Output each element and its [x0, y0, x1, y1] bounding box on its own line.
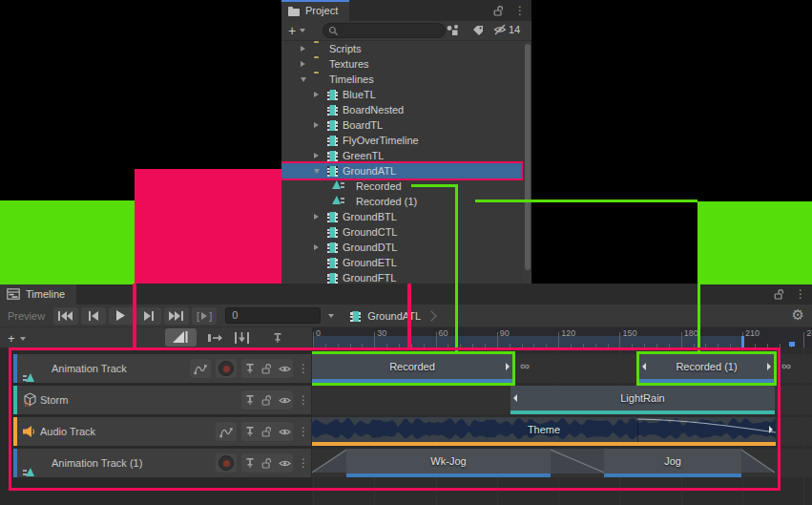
- tree-item-boardnested[interactable]: BoardNested: [281, 102, 523, 117]
- window-menu-icon[interactable]: ⋮: [514, 5, 526, 16]
- play-range-button[interactable]: []: [192, 307, 217, 325]
- tree-item-groundbtl[interactable]: GroundBTL: [281, 209, 523, 224]
- expand-arrow-icon[interactable]: [314, 244, 319, 250]
- lock-button[interactable]: [259, 359, 276, 378]
- previous-frame-button[interactable]: [81, 307, 106, 325]
- tree-item-groundctl[interactable]: GroundCTL: [281, 224, 523, 240]
- project-toolbar: + 14: [281, 21, 531, 41]
- track-menu-icon[interactable]: ⋮: [298, 457, 309, 469]
- pin-button[interactable]: [241, 390, 259, 410]
- go-to-end-button[interactable]: [164, 307, 189, 325]
- clip-color-strip: [346, 473, 551, 477]
- duration-end-marker[interactable]: [741, 336, 744, 347]
- tree-item-greentl[interactable]: GreenTL: [281, 148, 523, 163]
- search-by-type-icon[interactable]: [446, 24, 459, 36]
- track-menu-icon[interactable]: ⋮: [298, 426, 309, 437]
- timeline-icon: [327, 90, 338, 100]
- unlock-icon[interactable]: [774, 288, 785, 301]
- mix-mode-button[interactable]: [165, 328, 197, 347]
- tab-timeline[interactable]: Timeline: [0, 284, 76, 305]
- tree-item-textures[interactable]: Textures: [281, 56, 523, 72]
- expand-arrow-icon[interactable]: [301, 46, 305, 52]
- tree-item-bluetl[interactable]: BlueTL: [281, 87, 523, 102]
- pin-button[interactable]: [241, 359, 259, 378]
- search-input[interactable]: [342, 25, 441, 37]
- record-button[interactable]: [216, 359, 237, 378]
- eye-button[interactable]: [276, 453, 293, 473]
- loop-infinity-icon: ∞: [520, 358, 530, 373]
- clip-lightrain[interactable]: LightRain: [510, 386, 775, 414]
- expand-arrow-icon[interactable]: [314, 92, 319, 97]
- track-menu-icon[interactable]: ⋮: [298, 363, 309, 374]
- ease-out-blend-shape[interactable]: [741, 449, 775, 473]
- add-track-button[interactable]: +: [8, 329, 26, 348]
- time-ruler[interactable]: 0306090120150180210240: [312, 327, 812, 347]
- go-to-start-button[interactable]: [53, 307, 78, 325]
- unlock-icon[interactable]: [493, 5, 505, 17]
- window-menu-icon[interactable]: ⋮: [795, 288, 806, 300]
- eye-button[interactable]: [276, 422, 293, 441]
- gear-icon[interactable]: ⚙: [792, 307, 804, 323]
- cross-fade-blend-shape[interactable]: [551, 449, 604, 473]
- clip-jog[interactable]: Jog: [604, 449, 741, 477]
- track-header-storm[interactable]: {}Storm⋮: [13, 386, 311, 414]
- timeline-icon: [327, 227, 338, 238]
- tree-item-label: BlueTL: [343, 87, 376, 102]
- track-menu-icon[interactable]: ⋮: [298, 394, 309, 406]
- tree-item-timelines[interactable]: Timelines: [281, 72, 523, 87]
- collapse-arrow-icon[interactable]: [301, 77, 306, 82]
- tree-item-flyovertimeline[interactable]: FlyOverTimeline: [281, 133, 523, 148]
- hidden-packages-toggle[interactable]: 14: [493, 24, 520, 35]
- expand-arrow-icon[interactable]: [301, 61, 305, 67]
- folder-icon: [288, 9, 300, 16]
- breadcrumb[interactable]: GroundATL: [350, 310, 435, 322]
- search-by-label-icon[interactable]: [472, 25, 484, 36]
- record-button[interactable]: [216, 453, 237, 473]
- track-header-animation-track-1[interactable]: Animation Track (1)⋮: [13, 449, 311, 477]
- play-button[interactable]: [109, 307, 134, 325]
- eye-button[interactable]: [276, 390, 293, 410]
- tree-item-groundftl[interactable]: GroundFTL: [281, 270, 523, 284]
- scrollbar-thumb[interactable]: [525, 44, 531, 270]
- markers-toggle-button[interactable]: [268, 328, 287, 347]
- lock-button[interactable]: [259, 390, 276, 410]
- clip-recorded[interactable]: Recorded: [312, 354, 512, 383]
- lock-button[interactable]: [259, 422, 276, 441]
- search-field[interactable]: [323, 23, 446, 38]
- curves-button[interactable]: [190, 359, 211, 378]
- expand-arrow-icon[interactable]: [314, 214, 319, 220]
- clip-theme[interactable]: Theme: [312, 417, 776, 446]
- pin-button[interactable]: [241, 453, 259, 473]
- clip-wk-jog[interactable]: Wk-Jog: [346, 449, 551, 477]
- current-frame-field[interactable]: 0: [225, 307, 321, 324]
- frame-options-chevron-icon[interactable]: [328, 314, 334, 318]
- tree-item-recorded[interactable]: Recorded: [281, 179, 523, 194]
- lock-button[interactable]: [259, 453, 276, 473]
- eye-button[interactable]: [276, 359, 293, 378]
- track-header-animation-track[interactable]: Animation Track⋮: [13, 354, 311, 383]
- track-name: Audio Track: [40, 426, 95, 437]
- pin-button[interactable]: [241, 422, 259, 441]
- tab-project[interactable]: Project: [281, 0, 349, 21]
- clip-recorded-1[interactable]: Recorded (1): [639, 354, 774, 383]
- preview-toggle[interactable]: Preview: [6, 310, 51, 322]
- ease-in-blend-shape[interactable]: [312, 449, 346, 473]
- tree-item-boardtl[interactable]: BoardTL: [281, 117, 523, 133]
- track-header-audio-track[interactable]: Audio Track⋮: [13, 417, 311, 446]
- collapse-arrow-icon[interactable]: [314, 169, 320, 174]
- timeline-asset-icon: [350, 311, 361, 322]
- tree-item-groundatl[interactable]: GroundATL: [281, 163, 523, 179]
- curves-button[interactable]: [216, 422, 237, 441]
- tree-item-groundetl[interactable]: GroundETL: [281, 255, 523, 270]
- clip-body: Jog: [604, 449, 741, 473]
- expand-arrow-icon[interactable]: [314, 122, 319, 128]
- project-scrollbar[interactable]: [523, 41, 531, 284]
- expand-arrow-icon[interactable]: [314, 153, 319, 158]
- ripple-mode-button[interactable]: [202, 328, 227, 347]
- add-asset-button[interactable]: +: [288, 21, 305, 40]
- tree-item-scripts[interactable]: Scripts: [281, 41, 523, 56]
- tree-item-grounddtl[interactable]: GroundDTL: [281, 240, 523, 255]
- next-frame-button[interactable]: [136, 307, 161, 325]
- tree-item-recorded-1[interactable]: Recorded (1): [281, 194, 523, 209]
- replace-mode-button[interactable]: [229, 328, 254, 347]
